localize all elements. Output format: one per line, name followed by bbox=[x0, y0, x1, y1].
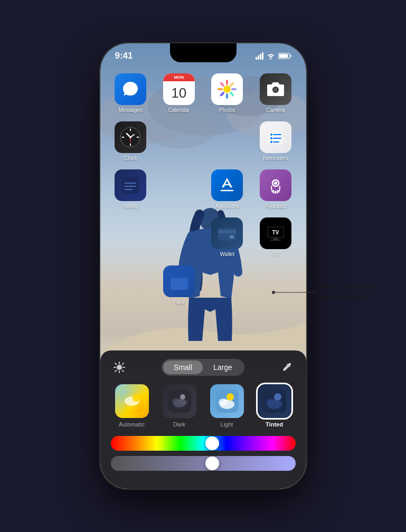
app-appstore[interactable]: App Store bbox=[207, 169, 248, 209]
app-reminders[interactable]: Reminders bbox=[256, 121, 296, 161]
app-messages[interactable]: Messages bbox=[111, 73, 151, 113]
style-light-label: Light bbox=[221, 421, 233, 428]
phone-screen: 9:41 bbox=[100, 43, 306, 489]
app-podcasts[interactable]: Podcasts bbox=[256, 169, 296, 209]
size-large-btn[interactable]: Large bbox=[203, 360, 243, 374]
size-small-btn[interactable]: Small bbox=[163, 360, 203, 374]
svg-rect-44 bbox=[218, 228, 236, 241]
style-automatic-label: Automatic bbox=[119, 421, 145, 428]
svg-point-32 bbox=[270, 137, 272, 139]
svg-text:TV: TV bbox=[272, 230, 279, 235]
app-wallet-label: Wallet bbox=[220, 251, 234, 257]
app-grid: Messages MON 10 Calendar bbox=[100, 68, 306, 310]
app-reminders-label: Reminders bbox=[263, 155, 288, 161]
svg-line-57 bbox=[115, 363, 116, 364]
svg-point-63 bbox=[133, 394, 140, 402]
app-clock-label: Clock bbox=[124, 155, 137, 161]
svg-line-13 bbox=[221, 83, 223, 86]
signal-icon bbox=[256, 52, 263, 60]
svg-point-34 bbox=[270, 141, 272, 143]
app-wallet[interactable]: Wallet bbox=[207, 217, 248, 257]
style-tinted-label: Tinted bbox=[266, 421, 283, 428]
svg-point-8 bbox=[223, 86, 231, 93]
app-photos-label: Photos bbox=[219, 107, 235, 113]
icon-styles-grid: Automatic Dar bbox=[111, 384, 296, 428]
phone-frame: 9:41 bbox=[100, 43, 306, 489]
style-dark[interactable]: Dark bbox=[158, 384, 201, 428]
svg-point-30 bbox=[270, 134, 272, 136]
app-messages-label: Messages bbox=[118, 107, 143, 113]
panel-top-row: Small Large bbox=[111, 359, 296, 376]
app-podcasts-label: Podcasts bbox=[265, 203, 286, 209]
status-icons bbox=[256, 52, 291, 60]
svg-point-52 bbox=[117, 365, 122, 370]
callout-container: Shtoni një nuancë ngjyre tek ikonat. bbox=[315, 282, 374, 302]
app-notes-label: Notes bbox=[124, 203, 137, 209]
svg-line-59 bbox=[122, 363, 123, 364]
eyedropper-button[interactable] bbox=[278, 359, 295, 376]
color-slider-thumb[interactable] bbox=[205, 436, 219, 450]
svg-point-76 bbox=[274, 393, 281, 401]
battery-icon bbox=[278, 53, 291, 59]
svg-point-72 bbox=[226, 393, 234, 401]
svg-rect-7 bbox=[279, 54, 288, 58]
style-dark-label: Dark bbox=[173, 421, 185, 428]
app-files-label: Files bbox=[173, 299, 184, 305]
app-notes[interactable]: Notes bbox=[111, 169, 151, 209]
app-files[interactable]: Files bbox=[159, 265, 199, 305]
app-appstore-label: App Store bbox=[215, 203, 239, 209]
svg-point-42 bbox=[274, 182, 277, 185]
app-tv-label: TV bbox=[272, 251, 279, 257]
color-slider-container bbox=[111, 436, 296, 451]
color-slider-track[interactable] bbox=[111, 436, 296, 451]
brightness-icon[interactable] bbox=[111, 359, 128, 376]
svg-rect-45 bbox=[218, 230, 236, 233]
app-tv[interactable]: TV TV bbox=[256, 217, 296, 257]
svg-point-67 bbox=[177, 399, 188, 405]
svg-line-58 bbox=[122, 370, 123, 372]
svg-point-75 bbox=[266, 398, 276, 406]
app-clock[interactable]: Clock bbox=[111, 121, 151, 161]
wifi-icon bbox=[267, 52, 275, 60]
size-selector: Small Large bbox=[162, 359, 244, 376]
svg-point-28 bbox=[129, 136, 131, 138]
svg-point-18 bbox=[273, 88, 278, 92]
callout-line2: ngjyre tek ikonat. bbox=[315, 292, 374, 303]
style-tinted[interactable]: Tinted bbox=[253, 384, 296, 428]
app-calendar[interactable]: MON 10 Calendar bbox=[159, 73, 199, 113]
brightness-slider-container bbox=[111, 456, 296, 471]
bottom-panel: Small Large bbox=[100, 350, 306, 489]
svg-line-16 bbox=[221, 93, 223, 95]
style-light[interactable]: Light bbox=[206, 384, 248, 428]
svg-line-15 bbox=[231, 83, 233, 86]
svg-point-68 bbox=[180, 394, 185, 400]
svg-rect-43 bbox=[275, 191, 277, 194]
svg-line-14 bbox=[231, 93, 233, 95]
app-camera-label: Camera bbox=[266, 107, 285, 113]
notch bbox=[170, 43, 237, 62]
style-automatic[interactable]: Automatic bbox=[111, 384, 153, 428]
app-camera[interactable]: Camera bbox=[256, 73, 296, 113]
callout-line1: Shtoni një nuancë bbox=[315, 282, 374, 292]
status-time: 9:41 bbox=[115, 51, 133, 61]
app-photos[interactable]: Photos bbox=[207, 73, 248, 113]
brightness-slider-track[interactable] bbox=[111, 456, 296, 471]
svg-line-60 bbox=[115, 370, 116, 372]
svg-rect-36 bbox=[122, 177, 139, 194]
callout-text: Shtoni një nuancë ngjyre tek ikonat. bbox=[315, 282, 374, 302]
svg-rect-46 bbox=[230, 235, 234, 239]
svg-point-71 bbox=[219, 398, 228, 406]
brightness-slider-thumb[interactable] bbox=[205, 457, 219, 470]
app-calendar-label: Calendar bbox=[168, 107, 190, 113]
